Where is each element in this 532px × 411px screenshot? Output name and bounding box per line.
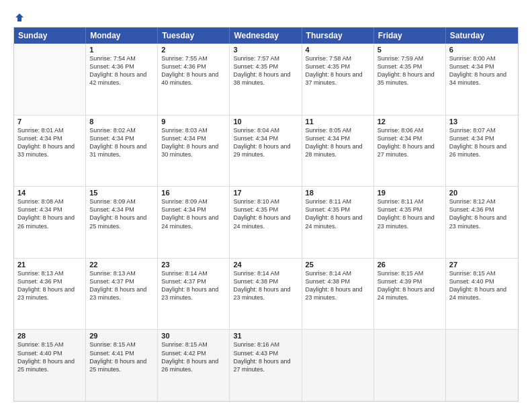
day-number: 11	[306, 118, 370, 126]
day-info: Sunrise: 8:14 AM Sunset: 4:37 PM Dayligh…	[161, 269, 226, 302]
logo-icon	[14, 12, 25, 23]
day-number: 8	[89, 118, 154, 126]
day-info: Sunrise: 8:05 AM Sunset: 4:34 PM Dayligh…	[306, 126, 370, 159]
cal-cell-21: 21Sunrise: 8:13 AM Sunset: 4:36 PM Dayli…	[14, 259, 86, 330]
day-number: 23	[161, 261, 226, 269]
day-number: 17	[233, 189, 298, 197]
day-info: Sunrise: 8:09 AM Sunset: 4:34 PM Dayligh…	[89, 197, 154, 230]
header-day-saturday: Saturday	[446, 28, 518, 44]
cal-week-3: 14Sunrise: 8:08 AM Sunset: 4:34 PM Dayli…	[14, 186, 518, 258]
day-info: Sunrise: 7:57 AM Sunset: 4:35 PM Dayligh…	[233, 54, 298, 87]
header-day-wednesday: Wednesday	[230, 28, 302, 44]
day-info: Sunrise: 8:09 AM Sunset: 4:34 PM Dayligh…	[161, 197, 226, 230]
day-info: Sunrise: 8:15 AM Sunset: 4:40 PM Dayligh…	[449, 269, 515, 302]
day-number: 19	[378, 189, 442, 197]
day-info: Sunrise: 8:03 AM Sunset: 4:34 PM Dayligh…	[161, 126, 226, 159]
day-number: 27	[449, 261, 515, 269]
cal-cell-19: 19Sunrise: 8:11 AM Sunset: 4:35 PM Dayli…	[374, 187, 446, 258]
day-number: 18	[306, 189, 370, 197]
cal-cell-2: 2Sunrise: 7:55 AM Sunset: 4:36 PM Daylig…	[158, 44, 230, 115]
cal-cell-13: 13Sunrise: 8:07 AM Sunset: 4:34 PM Dayli…	[446, 116, 518, 187]
calendar-header: SundayMondayTuesdayWednesdayThursdayFrid…	[14, 28, 518, 44]
day-number: 14	[17, 189, 82, 197]
day-info: Sunrise: 8:10 AM Sunset: 4:35 PM Dayligh…	[233, 197, 298, 230]
calendar: SundayMondayTuesdayWednesdayThursdayFrid…	[13, 27, 519, 402]
header-day-monday: Monday	[86, 28, 158, 44]
day-number: 28	[17, 332, 82, 340]
day-number: 24	[233, 261, 298, 269]
cal-cell-12: 12Sunrise: 8:06 AM Sunset: 4:34 PM Dayli…	[374, 116, 446, 187]
cal-week-4: 21Sunrise: 8:13 AM Sunset: 4:36 PM Dayli…	[14, 258, 518, 330]
header	[13, 12, 519, 21]
cal-cell-empty-4-6	[446, 330, 518, 401]
header-day-thursday: Thursday	[302, 28, 374, 44]
day-info: Sunrise: 7:58 AM Sunset: 4:35 PM Dayligh…	[306, 54, 370, 87]
day-number: 31	[233, 332, 298, 340]
header-day-tuesday: Tuesday	[158, 28, 230, 44]
day-number: 21	[17, 261, 82, 269]
day-number: 5	[378, 46, 442, 54]
day-number: 30	[161, 332, 226, 340]
day-info: Sunrise: 8:11 AM Sunset: 4:35 PM Dayligh…	[378, 197, 442, 230]
day-info: Sunrise: 8:15 AM Sunset: 4:41 PM Dayligh…	[89, 340, 154, 373]
day-number: 4	[306, 46, 370, 54]
day-number: 25	[306, 261, 370, 269]
header-day-sunday: Sunday	[14, 28, 86, 44]
day-info: Sunrise: 8:04 AM Sunset: 4:34 PM Dayligh…	[233, 126, 298, 159]
day-number: 15	[89, 189, 154, 197]
svg-marker-0	[15, 13, 24, 21]
cal-cell-20: 20Sunrise: 8:12 AM Sunset: 4:36 PM Dayli…	[446, 187, 518, 258]
calendar-body: 1Sunrise: 7:54 AM Sunset: 4:36 PM Daylig…	[14, 44, 518, 401]
cal-week-2: 7Sunrise: 8:01 AM Sunset: 4:34 PM Daylig…	[14, 115, 518, 187]
cal-cell-14: 14Sunrise: 8:08 AM Sunset: 4:34 PM Dayli…	[14, 187, 86, 258]
cal-cell-29: 29Sunrise: 8:15 AM Sunset: 4:41 PM Dayli…	[86, 330, 158, 401]
day-number: 20	[449, 189, 515, 197]
day-info: Sunrise: 8:01 AM Sunset: 4:34 PM Dayligh…	[17, 126, 82, 159]
day-info: Sunrise: 8:06 AM Sunset: 4:34 PM Dayligh…	[378, 126, 442, 159]
day-number: 2	[161, 46, 226, 54]
cal-cell-8: 8Sunrise: 8:02 AM Sunset: 4:34 PM Daylig…	[86, 116, 158, 187]
cal-cell-10: 10Sunrise: 8:04 AM Sunset: 4:34 PM Dayli…	[230, 116, 302, 187]
day-number: 10	[233, 118, 298, 126]
cal-cell-25: 25Sunrise: 8:14 AM Sunset: 4:38 PM Dayli…	[302, 259, 374, 330]
cal-cell-1: 1Sunrise: 7:54 AM Sunset: 4:36 PM Daylig…	[86, 44, 158, 115]
cal-week-1: 1Sunrise: 7:54 AM Sunset: 4:36 PM Daylig…	[14, 44, 518, 115]
cal-cell-28: 28Sunrise: 8:15 AM Sunset: 4:40 PM Dayli…	[14, 330, 86, 401]
day-info: Sunrise: 8:15 AM Sunset: 4:40 PM Dayligh…	[17, 340, 82, 373]
cal-cell-23: 23Sunrise: 8:14 AM Sunset: 4:37 PM Dayli…	[158, 259, 230, 330]
day-info: Sunrise: 8:15 AM Sunset: 4:42 PM Dayligh…	[161, 340, 226, 373]
cal-cell-27: 27Sunrise: 8:15 AM Sunset: 4:40 PM Dayli…	[446, 259, 518, 330]
cal-cell-30: 30Sunrise: 8:15 AM Sunset: 4:42 PM Dayli…	[158, 330, 230, 401]
cal-cell-5: 5Sunrise: 7:59 AM Sunset: 4:35 PM Daylig…	[374, 44, 446, 115]
cal-cell-empty-0-0	[14, 44, 86, 115]
day-info: Sunrise: 7:55 AM Sunset: 4:36 PM Dayligh…	[161, 54, 226, 87]
cal-cell-18: 18Sunrise: 8:11 AM Sunset: 4:35 PM Dayli…	[302, 187, 374, 258]
day-info: Sunrise: 8:14 AM Sunset: 4:38 PM Dayligh…	[233, 269, 298, 302]
day-info: Sunrise: 8:13 AM Sunset: 4:37 PM Dayligh…	[89, 269, 154, 302]
cal-cell-empty-4-4	[302, 330, 374, 401]
cal-cell-22: 22Sunrise: 8:13 AM Sunset: 4:37 PM Dayli…	[86, 259, 158, 330]
day-info: Sunrise: 7:54 AM Sunset: 4:36 PM Dayligh…	[89, 54, 154, 87]
cal-cell-empty-4-5	[374, 330, 446, 401]
day-number: 29	[89, 332, 154, 340]
day-info: Sunrise: 8:07 AM Sunset: 4:34 PM Dayligh…	[449, 126, 515, 159]
day-number: 3	[233, 46, 298, 54]
cal-cell-26: 26Sunrise: 8:15 AM Sunset: 4:39 PM Dayli…	[374, 259, 446, 330]
day-number: 1	[89, 46, 154, 54]
day-info: Sunrise: 8:12 AM Sunset: 4:36 PM Dayligh…	[449, 197, 515, 230]
cal-cell-9: 9Sunrise: 8:03 AM Sunset: 4:34 PM Daylig…	[158, 116, 230, 187]
day-info: Sunrise: 8:08 AM Sunset: 4:34 PM Dayligh…	[17, 197, 82, 230]
day-number: 6	[449, 46, 515, 54]
cal-cell-11: 11Sunrise: 8:05 AM Sunset: 4:34 PM Dayli…	[302, 116, 374, 187]
day-info: Sunrise: 8:14 AM Sunset: 4:38 PM Dayligh…	[306, 269, 370, 302]
day-info: Sunrise: 8:15 AM Sunset: 4:39 PM Dayligh…	[378, 269, 442, 302]
day-info: Sunrise: 8:00 AM Sunset: 4:34 PM Dayligh…	[449, 54, 515, 87]
day-info: Sunrise: 8:11 AM Sunset: 4:35 PM Dayligh…	[306, 197, 370, 230]
day-info: Sunrise: 8:16 AM Sunset: 4:43 PM Dayligh…	[233, 340, 298, 373]
day-number: 7	[17, 118, 82, 126]
logo	[13, 12, 25, 21]
page: SundayMondayTuesdayWednesdayThursdayFrid…	[0, 0, 532, 411]
cal-cell-31: 31Sunrise: 8:16 AM Sunset: 4:43 PM Dayli…	[230, 330, 302, 401]
cal-week-5: 28Sunrise: 8:15 AM Sunset: 4:40 PM Dayli…	[14, 329, 518, 401]
cal-cell-4: 4Sunrise: 7:58 AM Sunset: 4:35 PM Daylig…	[302, 44, 374, 115]
